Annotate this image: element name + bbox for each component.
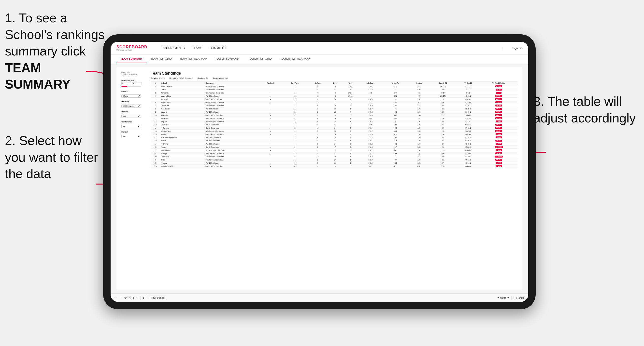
table-cell: 18 bbox=[328, 104, 343, 107]
sub-nav-player-h2h-grid[interactable]: PLAYER H2H GRID bbox=[244, 54, 276, 63]
division-select[interactable]: NCAA Division I NCAA Division II NCAA Di… bbox=[122, 105, 141, 108]
toolbar-share-small-icon[interactable]: ⬆ bbox=[132, 296, 135, 300]
col-school: School bbox=[160, 81, 205, 85]
share-btn[interactable]: ⇧ Share bbox=[516, 297, 524, 299]
table-cell: 215 bbox=[430, 149, 456, 152]
table-cell: 18-23-0 bbox=[480, 158, 518, 162]
toolbar-sep-2 bbox=[147, 296, 147, 300]
update-time-label: Update time: bbox=[122, 71, 146, 74]
table-cell: 6 bbox=[151, 101, 160, 104]
table-cell: Atlantic Coast Conference bbox=[205, 85, 259, 88]
table-cell: -4.4 bbox=[383, 101, 408, 104]
min-rou-slider[interactable] bbox=[122, 86, 141, 87]
table-row: 16FloridaSoutheastern Conference–7924427… bbox=[151, 133, 518, 136]
table-cell: Oregon bbox=[160, 162, 205, 165]
nav-tournaments[interactable]: TOURNAMENTS bbox=[162, 45, 185, 51]
sub-nav-team-summary[interactable]: TEAM SUMMARY bbox=[116, 54, 147, 63]
table-division-value: NCAA Division I bbox=[179, 77, 193, 79]
table-cell: 87-21-2 bbox=[456, 136, 480, 139]
sub-nav-team-h2h-heatmap[interactable]: TEAM H2H HEATMAP bbox=[176, 54, 211, 63]
table-gender-value: Men's bbox=[160, 77, 164, 79]
table-cell: Southeastern Conference bbox=[205, 91, 259, 94]
tablet: SCOREBOARD Powered by clippi TOURNAMENTS… bbox=[103, 34, 536, 309]
min-rou-max-input[interactable] bbox=[132, 82, 142, 85]
sub-nav-team-h2h-grid[interactable]: TEAM H2H GRID bbox=[147, 54, 176, 63]
table-cell: Texas bbox=[160, 146, 205, 149]
sub-nav-player-summary[interactable]: PLAYER SUMMARY bbox=[211, 54, 244, 63]
table-cell: 6 bbox=[282, 117, 308, 120]
nav-teams[interactable]: TEAMS bbox=[192, 45, 202, 51]
table-cell: 278.7 bbox=[358, 149, 383, 152]
table-cell: 1 bbox=[343, 155, 358, 158]
table-cell: 262 bbox=[430, 107, 456, 110]
toolbar-forward-icon[interactable]: → bbox=[120, 296, 122, 300]
table-cell: 2.2 bbox=[408, 101, 430, 104]
table-cell: -6 bbox=[383, 120, 408, 123]
table-cell: 271 bbox=[430, 139, 456, 142]
table-cell: 2 bbox=[282, 107, 308, 110]
sub-nav: TEAM SUMMARY TEAM H2H GRID TEAM H2H HEAT… bbox=[110, 54, 528, 63]
table-cell: 271.3 bbox=[343, 91, 358, 94]
table-cell: 2 bbox=[282, 110, 308, 114]
table-cell: 19 bbox=[151, 142, 160, 146]
table-cell: 1.3 bbox=[408, 155, 430, 158]
table-cell: 10 bbox=[308, 126, 328, 130]
table-cell: 271 bbox=[430, 162, 456, 165]
col-vs-top25: Vs Top 25 bbox=[456, 81, 480, 85]
table-cell: 265 bbox=[430, 104, 456, 107]
toolbar-home-icon[interactable]: ⌂ bbox=[129, 296, 130, 300]
toolbar-grid-icon[interactable]: ☷ bbox=[511, 296, 514, 300]
min-rou-min-input[interactable] bbox=[122, 82, 131, 85]
table-cell: – bbox=[259, 104, 282, 107]
col-no-tour: No Tour bbox=[308, 81, 328, 85]
conference-select[interactable]: (All) bbox=[122, 125, 141, 128]
table-cell: 2.52 bbox=[383, 94, 408, 98]
table-cell: Auburn bbox=[160, 88, 205, 91]
gender-select[interactable]: Men's Women's bbox=[122, 94, 141, 98]
table-cell: 21 bbox=[328, 152, 343, 155]
table-cell: 262 bbox=[430, 98, 456, 101]
watch-btn[interactable]: 👁 Watch ▼ bbox=[497, 297, 509, 299]
table-cell: 280.7 bbox=[358, 165, 383, 168]
toolbar-clock-icon[interactable]: ● bbox=[143, 296, 144, 300]
table-cell: – bbox=[259, 114, 282, 117]
table-cell: 23 bbox=[151, 155, 160, 158]
table-scroll[interactable]: # School Conference Avg Rank Conf Rank N… bbox=[151, 81, 518, 286]
table-cell: 83-15-0 bbox=[456, 120, 480, 123]
logo-area: SCOREBOARD Powered by clippi bbox=[116, 45, 148, 51]
table-cell: 276.2 bbox=[358, 130, 383, 133]
table-cell: -1.8 bbox=[383, 165, 408, 168]
step1-bold: TEAM SUMMARY bbox=[5, 61, 70, 92]
table-cell: Southeastern Conference bbox=[205, 152, 259, 155]
update-time: Update time: 27/03/2024 16:56:26 bbox=[122, 71, 146, 76]
col-overall: Overall Rd. bbox=[430, 81, 456, 85]
table-cell: – bbox=[259, 107, 282, 110]
table-cell: 268 bbox=[430, 110, 456, 114]
table-cell: 1 bbox=[343, 107, 358, 110]
sign-out-link[interactable]: Sign out bbox=[512, 47, 522, 50]
col-adj-score: Adj. Score bbox=[358, 81, 383, 85]
instruction-2: 2. Select how you want to filter the dat… bbox=[5, 133, 98, 182]
table-cell: Big 12 Conference bbox=[205, 126, 259, 130]
table-cell: -3.1 bbox=[383, 162, 408, 165]
table-row: 22GeorgiaSoutheastern Conference–8721127… bbox=[151, 152, 518, 155]
toolbar-plus-icon[interactable]: + bbox=[137, 296, 138, 300]
school-select[interactable]: (All) bbox=[122, 135, 141, 138]
region-select[interactable]: N/A All bbox=[122, 115, 141, 118]
view-original-btn[interactable]: View: Original bbox=[149, 296, 167, 300]
table-cell: – bbox=[259, 152, 282, 155]
table-cell: 97-21-1 bbox=[456, 126, 480, 130]
sub-nav-player-h2h-heatmap[interactable]: PLAYER H2H HEATMAP bbox=[276, 54, 314, 63]
table-cell: 6 bbox=[343, 88, 358, 91]
table-cell: 60-39-2 bbox=[456, 165, 480, 168]
table-cell: 1.63 bbox=[408, 133, 430, 136]
table-cell: Atlantic Coast Conference bbox=[205, 130, 259, 133]
table-cell: 13 bbox=[151, 123, 160, 126]
nav-committee[interactable]: COMMITTEE bbox=[210, 45, 227, 51]
toolbar-reload-icon[interactable]: ⟳ bbox=[124, 296, 127, 300]
table-cell: New Mexico bbox=[160, 149, 205, 152]
table-cell: 11 bbox=[151, 117, 160, 120]
table-cell: – bbox=[259, 88, 282, 91]
table-cell: 276 bbox=[358, 123, 383, 126]
toolbar-back-icon[interactable]: ← bbox=[114, 296, 118, 300]
